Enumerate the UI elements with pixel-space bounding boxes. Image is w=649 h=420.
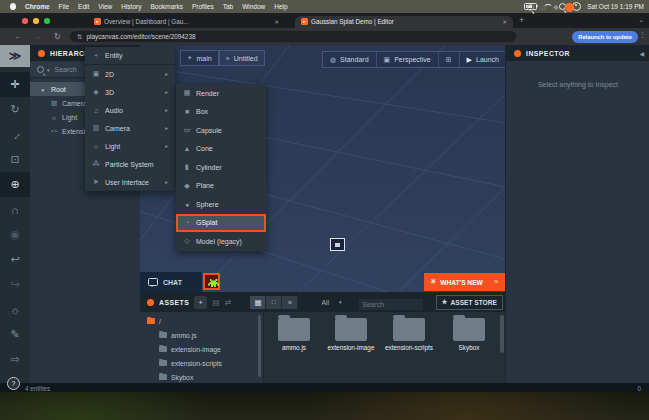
asset-tile-ammo[interactable]: ammo.js xyxy=(267,318,321,351)
submenu-item-label: Cylinder xyxy=(196,164,222,171)
submenu-item-capsule[interactable]: ▭ Capsule xyxy=(176,121,266,140)
asset-tile-skybox[interactable]: Skybox xyxy=(442,318,496,351)
reimport-icon[interactable]: ⇄ xyxy=(225,298,232,307)
chrome-menu-dots-icon[interactable]: ⋮ xyxy=(639,31,646,39)
move-tool-button[interactable]: ✛ xyxy=(0,72,30,97)
folder-row-extension-scripts[interactable]: extension-scripts xyxy=(140,356,263,370)
folder-row-skybox[interactable]: Skybox xyxy=(140,370,263,384)
scene-tab-untitled[interactable]: ≡ Untitled xyxy=(219,50,265,66)
back-button[interactable]: ← xyxy=(14,32,22,41)
close-tab-icon[interactable]: ✕ xyxy=(502,19,507,25)
menubar-item-view[interactable]: View xyxy=(98,3,112,10)
extensions-icon[interactable]: ❖ xyxy=(553,4,559,12)
menubar-item-chrome[interactable]: Chrome xyxy=(25,3,50,10)
chat-tab[interactable]: CHAT xyxy=(140,272,202,292)
search-icon[interactable] xyxy=(527,4,534,11)
address-bar[interactable]: ⇅ playcanvas.com/editor/scene/2094238 xyxy=(70,31,516,43)
minimize-window-button[interactable] xyxy=(33,18,39,24)
forward-button[interactable]: → xyxy=(34,32,42,41)
menubar-clock[interactable]: Sat Oct 19 1:19 PM xyxy=(587,3,644,10)
site-info-icon[interactable]: ⇅ xyxy=(77,33,82,41)
delete-asset-icon[interactable]: ▤ xyxy=(212,298,220,307)
submenu-item-gsplat[interactable]: ◔ GSplat xyxy=(176,214,266,233)
bake-lighting-button[interactable]: ☼ xyxy=(0,297,30,322)
close-tab-icon[interactable]: ✕ xyxy=(274,19,279,25)
asset-store-button[interactable]: ★ ASSET STORE xyxy=(436,295,503,310)
rotate-tool-button[interactable]: ↻ xyxy=(0,97,30,122)
submenu-item-plane[interactable]: ◆ Plane xyxy=(176,177,266,196)
submenu-item-sphere[interactable]: ● Sphere xyxy=(176,195,266,214)
whats-new-button[interactable]: ☀ WHAT'S NEW ✕ xyxy=(424,273,505,291)
submenu-item-box[interactable]: ■ Box xyxy=(176,103,266,122)
new-tab-button[interactable]: + xyxy=(519,15,524,25)
asset-filter-dropdown[interactable]: All ▾ xyxy=(321,299,341,306)
browser-tab-inactive[interactable]: ▸ Overview | Dashboard | Gau... ✕ xyxy=(88,16,285,29)
menu-item-audio[interactable]: ♫ Audio ▸ xyxy=(85,101,175,119)
invader-easter-egg-button[interactable] xyxy=(203,273,220,290)
code-editor-button[interactable]: ✎ xyxy=(0,322,30,347)
menu-item-camera[interactable]: ▥ Camera ▸ xyxy=(85,119,175,137)
undo-button[interactable]: ↩ xyxy=(0,247,30,272)
menubar-item-profiles[interactable]: Profiles xyxy=(192,3,214,10)
small-grid-view-button[interactable]: ∷ xyxy=(266,296,282,309)
world-space-button[interactable]: ⊕ xyxy=(0,172,30,197)
add-asset-button[interactable]: + xyxy=(194,296,207,309)
camera-gizmo-icon[interactable] xyxy=(330,238,345,251)
menu-item-3d[interactable]: ◈ 3D ▸ xyxy=(85,83,175,101)
submenu-item-label: Model (legacy) xyxy=(196,238,242,245)
asset-tile-extension-scripts[interactable]: extension-scripts xyxy=(382,318,436,351)
grid-view-button[interactable]: ▦ xyxy=(250,296,266,309)
frame-selection-button[interactable]: ⊡ xyxy=(0,147,30,172)
menu-item-entity[interactable]: + Entity xyxy=(85,47,175,65)
tree-scrollbar[interactable] xyxy=(258,315,261,377)
asset-search-input[interactable] xyxy=(359,299,423,310)
camera-mode-button[interactable]: ▣ Perspective xyxy=(376,52,438,67)
browser-tab-active[interactable]: ▸ Gaussian Splat Demo | Editor ✕ xyxy=(295,16,513,29)
close-window-button[interactable] xyxy=(22,18,28,24)
close-icon[interactable]: ✕ xyxy=(494,278,499,286)
submenu-item-render[interactable]: ▦ Render xyxy=(176,84,266,103)
grid-scrollbar[interactable] xyxy=(500,315,504,353)
menubar-item-history[interactable]: History xyxy=(121,3,141,10)
menu-item-2d[interactable]: ▣ 2D ▸ xyxy=(85,65,175,83)
help-button[interactable]: ? xyxy=(7,377,20,390)
visibility-button[interactable]: ◉ xyxy=(0,222,30,247)
menubar-item-edit[interactable]: Edit xyxy=(78,3,89,10)
playcanvas-logo-icon[interactable]: ≫ xyxy=(0,45,30,67)
zoom-window-button[interactable] xyxy=(44,18,50,24)
menubar-item-help[interactable]: Help xyxy=(274,3,287,10)
menubar-item-file[interactable]: File xyxy=(59,3,69,10)
menubar-item-bookmarks[interactable]: Bookmarks xyxy=(150,3,183,10)
menubar-item-tab[interactable]: Tab xyxy=(223,3,233,10)
menu-item-light[interactable]: ☼ Light ▸ xyxy=(85,137,175,155)
collapse-panel-icon[interactable]: ◀ xyxy=(639,50,644,57)
submenu-item-cylinder[interactable]: ▮ Cylinder xyxy=(176,158,266,177)
publish-button[interactable]: ⇨ xyxy=(0,347,30,372)
relaunch-to-update-button[interactable]: Relaunch to update xyxy=(572,31,638,43)
folder-row-ammo[interactable]: ammo.js xyxy=(140,328,263,342)
viewport-controls: ◍ Standard ▣ Perspective ⊞ ▶ Launch xyxy=(322,51,505,68)
menu-item-particle-system[interactable]: ⁂ Particle System xyxy=(85,155,175,173)
menu-item-user-interface[interactable]: ➤ User Interface ▸ xyxy=(85,173,175,191)
reload-button[interactable]: ↻ xyxy=(54,32,61,41)
asset-tile-extension-image[interactable]: extension-image xyxy=(324,318,378,351)
render-mode-button[interactable]: ◍ Standard xyxy=(323,52,376,67)
bookmark-star-icon[interactable]: ☆ xyxy=(540,3,547,12)
fullscreen-button[interactable]: ⊞ xyxy=(438,52,459,67)
submenu-item-cone[interactable]: ▲ Cone xyxy=(176,140,266,159)
folder-row-extension-image[interactable]: extension-image xyxy=(140,342,263,356)
menu-item-label: 3D xyxy=(105,89,114,96)
tab-search-chevron-icon[interactable]: ⌄ xyxy=(638,16,644,24)
menubar-item-window[interactable]: Window xyxy=(242,3,265,10)
scene-tab-main[interactable]: ✦ main xyxy=(180,50,219,66)
profile-avatar[interactable] xyxy=(565,3,574,12)
scale-tool-button[interactable]: ↔ xyxy=(0,122,30,147)
snap-button[interactable]: ∩ xyxy=(0,197,30,222)
submenu-item-model-legacy[interactable]: ◇ Model (legacy) xyxy=(176,232,266,251)
redo-button[interactable]: ↪ xyxy=(0,272,30,297)
list-view-button[interactable]: ≡ xyxy=(282,296,298,309)
asset-search[interactable] xyxy=(359,293,423,311)
launch-button[interactable]: ▶ Launch xyxy=(459,52,505,67)
folder-row-root[interactable]: / xyxy=(140,314,263,328)
apple-logo-icon[interactable] xyxy=(10,3,16,10)
